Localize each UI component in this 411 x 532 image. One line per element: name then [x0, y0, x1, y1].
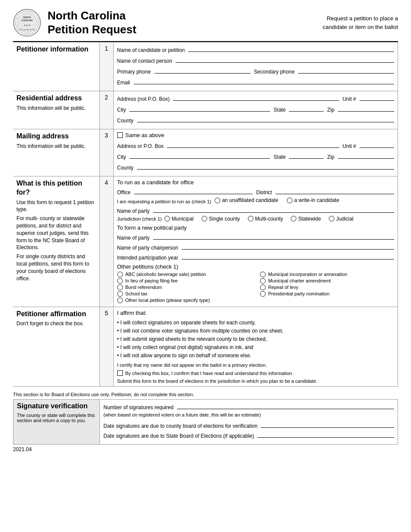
same-as-above-checkbox-line: Same as above [117, 132, 395, 138]
new-party-header: To form a new political party [117, 224, 395, 231]
candidate-name-input[interactable] [188, 45, 394, 52]
abc-option: ABC (alcoholic beverage sale) petition [117, 272, 251, 277]
office-input[interactable] [134, 187, 253, 194]
res-county-input[interactable] [137, 115, 394, 122]
mail-city-input[interactable] [129, 152, 270, 159]
same-as-above-checkbox[interactable] [117, 132, 123, 138]
res-state-input[interactable] [289, 105, 324, 112]
multi-county-radio[interactable] [248, 216, 254, 221]
affirmation-bullets: • I will collect signatures on separate … [117, 319, 395, 360]
res-address-field: Address (not P.O. Box) Unit # [117, 94, 395, 102]
petitioner-info-content: Name of candidate or petition Name of co… [113, 42, 398, 91]
other-petitions-col1: ABC (alcoholic beverage sale) petition I… [117, 272, 251, 304]
municipal-annex-radio[interactable] [260, 272, 266, 277]
repeal-levy-radio[interactable] [260, 285, 266, 290]
mail-county-input[interactable] [137, 163, 394, 170]
section-mailing-row: Mailing address This information will be… [13, 129, 398, 176]
requesting-petition-field: I am requesting a petition to run as (ch… [117, 197, 395, 204]
petition-for-content: To run as a candidate for office Office … [113, 176, 398, 307]
res-unit-input[interactable] [360, 94, 394, 101]
residential-label-cell: Residential address This information wil… [13, 91, 100, 129]
affirmation-label-cell: Petitioner affirmation Don't forget to c… [13, 307, 100, 387]
unaffiliated-radio[interactable] [215, 198, 220, 203]
filing-fee-option: In lieu of paying filing fee [117, 278, 251, 284]
nc-seal-logo: NORTH CAROLINA ★ ★ ★ ESSE QUAM VIDERI [13, 9, 41, 37]
secondary-phone-input[interactable] [298, 67, 394, 74]
contact-name-field: Name of contact person [117, 56, 395, 64]
date-state-field: Date signatures are due to State Board o… [103, 431, 394, 439]
affirm-header: I affirm that: [117, 310, 395, 316]
new-party-name-input[interactable] [153, 233, 394, 240]
write-in-option[interactable]: a write-in candidate [287, 197, 339, 203]
section-petition-for-row: What is this petition for? Use this form… [13, 176, 398, 307]
candidate-name-field: Name of candidate or petition [117, 45, 395, 53]
contact-name-input[interactable] [176, 56, 394, 63]
svg-text:ESSE QUAM VIDERI: ESSE QUAM VIDERI [19, 29, 35, 31]
bullet-1: • I will collect signatures on separate … [117, 319, 395, 327]
date-county-input[interactable] [261, 421, 394, 428]
mail-zip-input[interactable] [338, 152, 394, 159]
email-input[interactable] [134, 77, 394, 84]
petitioner-info-label-cell: Petitioner information [13, 42, 100, 91]
school-tax-radio[interactable] [117, 291, 123, 297]
confirm-checkbox[interactable] [117, 370, 123, 376]
participation-year-input[interactable] [182, 253, 394, 260]
other-petitions-cols: ABC (alcoholic beverage sale) petition I… [117, 272, 395, 304]
date-state-input[interactable] [257, 431, 394, 438]
candidate-header: To run as a candidate for office [117, 179, 395, 186]
res-address-input[interactable] [173, 94, 339, 101]
date-county-field: Date signatures are due to county board … [103, 421, 394, 429]
participation-year-field: Intended participation year [117, 253, 395, 261]
mail-unit-input[interactable] [360, 141, 394, 148]
bond-radio[interactable] [117, 285, 123, 290]
municipal-option[interactable]: Municipal [164, 216, 194, 222]
num-sigs-field: Number of signatures required [103, 402, 394, 410]
mail-state-input[interactable] [289, 152, 324, 159]
residential-content: Address (not P.O. Box) Unit # City State… [113, 91, 398, 129]
res-county-field: County [117, 115, 395, 124]
section-1-number: 1 [100, 42, 113, 91]
primary-phone-input[interactable] [154, 67, 250, 74]
num-sigs-sublabel: (when based on registered voters on a fu… [103, 412, 394, 417]
district-input[interactable] [276, 187, 394, 194]
other-local-radio[interactable] [117, 298, 123, 303]
certify-text: I certify that my name did not appear on… [117, 362, 395, 368]
sig-verification-row: Signature verification The county or sta… [13, 400, 398, 445]
school-tax-option: School tax [117, 291, 251, 297]
party-chair-input[interactable] [182, 243, 394, 250]
filing-fee-radio[interactable] [117, 278, 123, 284]
abc-radio[interactable] [117, 272, 123, 277]
section-affirmation-row: Petitioner affirmation Don't forget to c… [13, 307, 398, 387]
section-residential-row: Residential address This information wil… [13, 91, 398, 129]
judicial-radio[interactable] [329, 216, 334, 221]
res-zip-input[interactable] [338, 105, 394, 112]
bullet-5: • I will not allow anyone to sign on beh… [117, 352, 395, 360]
party-name-input[interactable] [153, 206, 394, 213]
res-city-input[interactable] [129, 105, 270, 112]
mail-address-input[interactable] [167, 141, 339, 148]
submit-text: Submit this form to the board of electio… [117, 378, 395, 384]
page-subtitle: Request a petition to place a candidate … [323, 14, 398, 31]
single-county-radio[interactable] [202, 216, 207, 221]
statewide-option[interactable]: Statewide [291, 216, 321, 222]
unaffiliated-option[interactable]: an unaffiliated candidate [215, 197, 278, 203]
page-header: NORTH CAROLINA ★ ★ ★ ESSE QUAM VIDERI No… [13, 9, 398, 42]
single-county-option[interactable]: Single county [202, 216, 240, 222]
section-3-number: 3 [100, 129, 113, 176]
phone-field: Primary phone Secondary phone [117, 67, 395, 75]
statewide-radio[interactable] [291, 216, 296, 221]
sig-content-cell: Number of signatures required (when base… [100, 400, 398, 445]
multi-county-option[interactable]: Multi-county [248, 216, 283, 222]
presidential-option: Presidential party nomination [260, 291, 394, 297]
num-sigs-input[interactable] [177, 402, 394, 409]
section-4-number: 4 [100, 176, 113, 307]
presidential-radio[interactable] [260, 291, 266, 297]
mail-address-field: Address or P.O. Box Unit # [117, 141, 395, 149]
mail-county-field: County [117, 163, 395, 171]
municipal-radio[interactable] [164, 216, 170, 221]
new-party-name-field: Name of party [117, 233, 395, 241]
write-in-radio[interactable] [287, 198, 292, 203]
municipal-charter-radio[interactable] [260, 278, 266, 284]
office-district-field: Office District [117, 187, 395, 195]
judicial-option[interactable]: Judicial [329, 216, 353, 222]
